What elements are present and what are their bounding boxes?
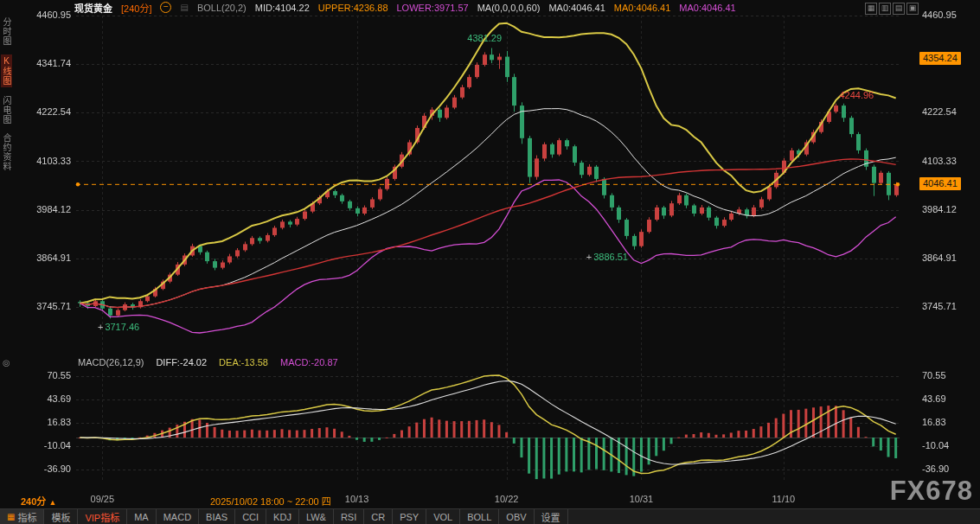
interval-selector[interactable]: 240分 ▲: [21, 494, 56, 508]
toolbar-item-label: MA: [134, 512, 149, 522]
trading-chart-app: 现货黄金 [240分] − ▤ BOLL(20,2) MID:4104.22 U…: [0, 0, 980, 524]
triangle-up-icon: ▲: [48, 498, 56, 507]
chart-type-sidebar: 分时图K线图闪电图合约资料: [0, 17, 13, 171]
toolbar-item-设置[interactable]: 设置: [535, 509, 568, 524]
session-high-tag: 4354.24: [919, 52, 961, 65]
indicator-toolbar: ▦指标模板VIP指标MAMACDBIASCCIKDJLW&RSICRPSYVOL…: [0, 508, 980, 524]
ma0-value-magenta: MA0:4046.41: [679, 3, 735, 13]
candlestick-chart-canvas[interactable]: [0, 0, 980, 524]
boll-upper-value: UPPER:4236.88: [318, 3, 388, 13]
toolbar-item-RSI[interactable]: RSI: [334, 509, 364, 524]
toolbar-item-label: CCI: [242, 512, 259, 522]
toolbar-item-VOL[interactable]: VOL: [426, 509, 460, 524]
toolbar-item-label: LW&: [306, 512, 326, 522]
ma0-value-orange: MA0:4046.41: [614, 3, 670, 13]
macd-legend: MACD(26,12,9) DIFF:-24.02 DEA:-13.58 MAC…: [78, 357, 338, 367]
toolbar-item-label: BIAS: [206, 512, 227, 522]
toolbar-item-LW&[interactable]: LW&: [299, 509, 334, 524]
toolbar-item-BOLL[interactable]: BOLL: [460, 509, 499, 524]
macd-macd-value: MACD:-20.87: [280, 357, 338, 367]
boll-label: BOLL(20,2): [197, 3, 247, 13]
toolbar-item-OBV[interactable]: OBV: [499, 509, 534, 524]
toolbar-item-BIAS[interactable]: BIAS: [199, 509, 235, 524]
ma0-value-white: MA0:4046.41: [548, 3, 605, 13]
toolbar-item-label: VOL: [433, 512, 452, 522]
boll-lower-value: LOWER:3971.57: [397, 3, 469, 13]
toolbar-item-label: 设置: [541, 510, 560, 524]
indicator-grid-icon: ▦: [7, 512, 15, 521]
toolbar-item-label: BOLL: [467, 512, 491, 522]
toolbar-item-KDJ[interactable]: KDJ: [266, 509, 299, 524]
toolbar-item-label: PSY: [400, 512, 419, 522]
layout-rows-icon[interactable]: ▤: [893, 3, 905, 15]
macd-diff-value: DIFF:-24.02: [156, 357, 207, 367]
toolbar-item-MACD[interactable]: MACD: [157, 509, 199, 524]
indicator-panel-icon[interactable]: ◎: [3, 358, 10, 367]
macd-label: MACD(26,12,9): [78, 357, 144, 367]
toolbar-item-MA[interactable]: MA: [127, 509, 157, 524]
current-price-tag: 4046.41: [919, 177, 961, 190]
layout-grid-icon[interactable]: ▦: [865, 3, 877, 15]
toolbar-item-label: 模板: [51, 510, 70, 524]
window-layout-icons: ▦▥▤▣: [865, 3, 919, 15]
toolbar-item-CCI[interactable]: CCI: [235, 509, 266, 524]
watermark: FX678: [890, 476, 973, 507]
interval-selector-label: 240分: [21, 496, 46, 507]
session-range-label: 2025/10/02 18:00 ~ 22:00 四: [210, 494, 331, 508]
toolbar-item-label: OBV: [506, 512, 526, 522]
legend-collapse-icon[interactable]: −: [160, 2, 171, 13]
toolbar-item-label: KDJ: [273, 512, 291, 522]
toolbar-item-label: VIP指标: [85, 510, 119, 524]
legend-panel-icon[interactable]: ▤: [180, 3, 188, 12]
sidebar-tab-active-chart-type[interactable]: K线图: [1, 54, 12, 87]
toolbar-item-指标[interactable]: ▦指标: [0, 509, 44, 524]
ma-label: MA(0,0,0,0,60): [477, 3, 541, 13]
sidebar-tab-chart-type[interactable]: 合约资料: [1, 133, 12, 171]
toolbar-item-模板[interactable]: 模板: [44, 509, 78, 524]
toolbar-item-label: CR: [371, 512, 385, 522]
sidebar-tab-chart-type[interactable]: 分时图: [1, 17, 12, 46]
toolbar-item-CR[interactable]: CR: [364, 509, 393, 524]
layout-full-icon[interactable]: ▣: [906, 3, 919, 15]
toolbar-item-VIP指标[interactable]: VIP指标: [78, 509, 127, 524]
toolbar-item-label: 指标: [17, 510, 36, 524]
symbol-name: 现货黄金: [74, 1, 112, 15]
sidebar-tab-chart-type[interactable]: 闪电图: [1, 96, 12, 125]
chart-header: 现货黄金 [240分] − ▤ BOLL(20,2) MID:4104.22 U…: [74, 0, 736, 15]
layout-split-icon[interactable]: ▥: [879, 3, 891, 15]
toolbar-item-label: MACD: [163, 512, 191, 522]
interval-tag: [240分]: [121, 1, 151, 15]
toolbar-item-PSY[interactable]: PSY: [393, 509, 426, 524]
boll-mid-value: MID:4104.22: [255, 3, 310, 13]
toolbar-item-label: RSI: [341, 512, 356, 522]
macd-dea-value: DEA:-13.58: [219, 357, 268, 367]
